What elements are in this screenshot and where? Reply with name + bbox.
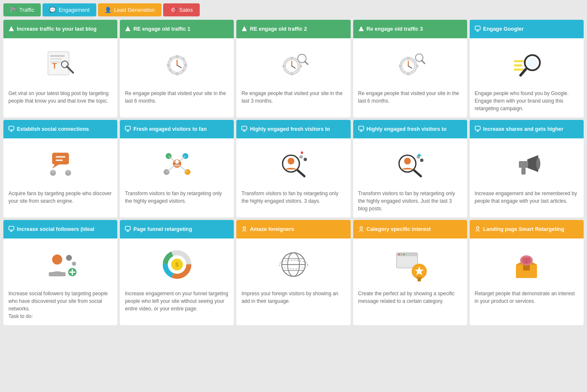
svg-point-126 [360, 227, 362, 229]
svg-rect-13 [176, 55, 178, 58]
card[interactable]: Highly engaged fresh visitors to Transfo… [353, 120, 467, 217]
tab-bar: 🏁 Traffic 💬 Engagement 👤 Lead Generation… [3, 3, 584, 16]
card-description: Impress your foreign visitors by showing… [241, 290, 345, 305]
card-title: Amaze foreigners [250, 226, 294, 232]
card-header: RE engage old traffic 1 [120, 20, 234, 38]
card-description: Transform visitors to fan by retargeting… [358, 190, 462, 212]
svg-rect-110 [125, 226, 130, 230]
svg-rect-39 [399, 65, 401, 67]
tab-engagement[interactable]: 💬 Engagement [42, 3, 96, 16]
card[interactable]: Re engage old traffic 3 Re engage people… [353, 20, 467, 117]
svg-point-62 [66, 170, 70, 173]
card[interactable]: Page funnel retargeting $ Increase engag… [120, 220, 234, 325]
engagement-icon: 💬 [49, 7, 56, 13]
card-header: Highly engaged fresh visitors to [236, 120, 350, 138]
card[interactable]: Engage Googler Engage people who found y… [470, 20, 584, 117]
card[interactable]: Increase social followers (ideal Increas… [3, 220, 117, 325]
card-header-icon [8, 126, 14, 133]
card-header-icon [241, 26, 247, 33]
card[interactable]: Establish social connections Acquire fan… [3, 120, 117, 217]
card-header-icon [125, 26, 131, 33]
card-description: Retarget people that demonstrate an inte… [475, 290, 579, 305]
card-header: Increase shares and gets higher [470, 120, 584, 138]
card-title: Landing page Smart Retargeting [483, 226, 564, 232]
svg-line-90 [414, 170, 421, 176]
card[interactable]: Increase traffic to your last blog T Get… [3, 20, 117, 117]
card-title: Page funnel retargeting [133, 226, 192, 232]
svg-rect-28 [283, 65, 285, 67]
card-title: Category specific interest [367, 226, 431, 232]
card-header: Establish social connections [3, 120, 117, 138]
tab-lead-generation[interactable]: 👤 Lead Generation [98, 3, 161, 16]
card-title: Fresh engaged visitors to fan [133, 126, 206, 132]
card[interactable]: Highly engaged fresh visitors to Transfo… [236, 120, 350, 217]
svg-line-42 [422, 61, 425, 64]
tab-sales-label: Sales [179, 7, 193, 13]
card-image [358, 43, 462, 85]
svg-point-51 [527, 58, 537, 68]
svg-rect-3 [50, 58, 62, 60]
svg-point-82 [299, 155, 303, 159]
svg-line-73 [167, 164, 177, 172]
svg-point-129 [398, 254, 400, 255]
card[interactable]: Fresh engaged visitors to fan Transform … [120, 120, 234, 217]
card-description: Re engage people that visited your site … [125, 90, 229, 105]
card-description: Increase social followers by targeting p… [8, 290, 112, 320]
svg-rect-98 [521, 168, 526, 175]
svg-text:$: $ [175, 261, 179, 268]
tab-traffic[interactable]: 🏁 Traffic [3, 3, 41, 16]
card-header-icon [8, 26, 14, 33]
card[interactable]: Amaze foreigners Impress your foreign vi… [236, 220, 350, 325]
card-header-icon [241, 126, 247, 133]
svg-marker-0 [9, 26, 14, 31]
card-header-icon [358, 126, 364, 133]
svg-marker-8 [125, 26, 130, 31]
card-header-icon [475, 126, 481, 133]
svg-rect-85 [359, 126, 364, 130]
svg-point-89 [404, 158, 411, 164]
card-header-icon [358, 26, 364, 33]
card[interactable]: Landing page Smart Retargeting Retarget … [470, 220, 584, 325]
card-header-icon [241, 226, 247, 233]
svg-marker-93 [417, 154, 422, 156]
card[interactable]: RE engage old traffic 2 Re engage people… [236, 20, 350, 117]
tab-sales[interactable]: 🎯 Sales [163, 3, 200, 16]
svg-rect-37 [407, 57, 410, 59]
svg-point-130 [401, 254, 402, 255]
card-description: Increase engagement on your funnel targe… [125, 290, 229, 313]
svg-point-92 [420, 159, 423, 162]
card-header: Increase traffic to your last blog [3, 20, 117, 38]
svg-text:T: T [52, 62, 57, 70]
card-header-icon [358, 226, 364, 233]
card-image [241, 143, 345, 185]
svg-marker-32 [359, 26, 364, 31]
card-body: $ Increase engagement on your funnel tar… [120, 238, 234, 325]
card-image [125, 143, 229, 185]
svg-rect-100 [9, 226, 14, 230]
card-title: Highly engaged fresh visitors to [250, 126, 330, 132]
card-body: Create the perfect ad by showing a speci… [353, 238, 467, 325]
card[interactable]: Increase shares and gets higher Increase… [470, 120, 584, 217]
card-header: Highly engaged fresh visitors to [353, 120, 467, 138]
svg-rect-43 [475, 26, 480, 30]
card-header: Amaze foreigners [236, 220, 350, 238]
svg-point-131 [403, 254, 405, 255]
card[interactable]: RE engage old traffic 1 Re engage people… [120, 20, 234, 117]
card-body: Re engage people that visited your site … [353, 38, 467, 117]
svg-marker-58 [52, 164, 59, 169]
card-description: Re engage people that visited your site … [358, 90, 462, 105]
card-image: T [8, 43, 112, 85]
card[interactable]: Category specific interest Create the pe… [353, 220, 467, 325]
svg-rect-135 [418, 278, 421, 281]
card-grid: Increase traffic to your last blog T Get… [3, 20, 584, 325]
svg-rect-97 [519, 161, 528, 168]
card-body: Retarget people that demonstrate an inte… [470, 238, 584, 325]
card-header: Engage Googler [470, 20, 584, 38]
svg-rect-26 [291, 57, 293, 59]
svg-point-106 [72, 262, 76, 266]
svg-rect-104 [49, 272, 66, 276]
card-body: Increase social followers by targeting p… [3, 238, 117, 325]
card-header-icon [8, 226, 14, 233]
card-header: RE engage old traffic 2 [236, 20, 350, 38]
card-title: RE engage old traffic 1 [133, 26, 190, 32]
